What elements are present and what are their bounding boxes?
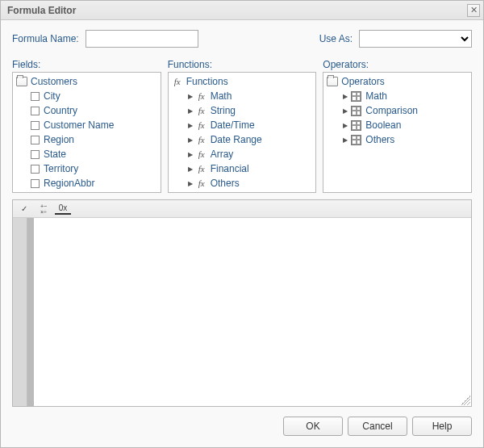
resize-grip-icon[interactable]	[461, 396, 470, 405]
dialog-content: Formula Name: Use As: Fields: Customers	[1, 20, 483, 447]
fx-icon: fx	[196, 106, 207, 115]
function-group[interactable]: ▶fxString	[169, 103, 316, 118]
field-label: State	[44, 149, 66, 160]
expand-icon[interactable]: ▶	[186, 136, 194, 144]
function-group[interactable]: ▶fxDate Range	[169, 132, 316, 147]
function-group[interactable]: ▶fxDate/Time	[169, 118, 316, 132]
field-icon	[31, 92, 40, 101]
editor-body	[13, 218, 471, 406]
expand-icon[interactable]: ▶	[186, 107, 194, 115]
function-label: String	[211, 105, 236, 116]
functions-root[interactable]: fx Functions	[169, 74, 316, 89]
editor-gutter	[13, 218, 27, 406]
expand-icon[interactable]: ▶	[186, 179, 194, 187]
operator-group[interactable]: ▶Others	[323, 132, 471, 147]
field-icon	[31, 150, 40, 159]
expand-icon[interactable]: ▶	[186, 150, 194, 158]
operator-group[interactable]: ▶Comparison	[323, 103, 471, 118]
expand-icon[interactable]: ▶	[341, 121, 349, 129]
field-icon	[31, 165, 40, 174]
fx-icon: fx	[196, 120, 207, 130]
field-label: Customer Name	[44, 119, 114, 131]
function-label: Others	[211, 178, 240, 189]
field-icon	[31, 121, 40, 130]
field-label: Region	[44, 134, 74, 145]
field-item[interactable]: Region	[13, 132, 161, 147]
close-icon[interactable]: ✕	[467, 4, 480, 17]
dialog-title: Formula Editor	[7, 5, 467, 16]
operators-tree[interactable]: Operators ▶Math ▶Comparison ▶Boolean ▶Ot…	[323, 73, 471, 192]
expand-icon[interactable]: ▶	[341, 92, 349, 100]
formula-name-input[interactable]	[86, 30, 198, 48]
functions-panel: Functions: fx Functions ▶fxMath ▶fxStrin…	[168, 59, 317, 193]
formula-name-label: Formula Name:	[12, 33, 79, 44]
fx-icon: fx	[172, 77, 183, 86]
expand-icon[interactable]: ▶	[341, 107, 349, 115]
field-item[interactable]: City	[13, 89, 161, 103]
function-group[interactable]: ▶fx	[169, 191, 316, 192]
function-group[interactable]: ▶fxOthers	[169, 176, 316, 191]
cancel-button[interactable]: Cancel	[348, 417, 407, 436]
functions-tree[interactable]: fx Functions ▶fxMath ▶fxString ▶fxDate/T…	[169, 73, 316, 192]
folder-icon	[327, 77, 338, 86]
field-item[interactable]: Customer Name	[13, 118, 161, 132]
function-label: Array	[211, 149, 234, 160]
formula-textarea[interactable]	[34, 218, 471, 406]
editor-toolbar: ✓ +− ×÷ 0x	[13, 200, 471, 218]
help-button[interactable]: Help	[412, 417, 472, 436]
operators-label: Operators:	[323, 59, 472, 70]
operator-label: Math	[365, 90, 387, 102]
operators-icon: +− ×÷	[40, 203, 47, 215]
expand-icon[interactable]: ▶	[186, 92, 194, 100]
fields-root[interactable]: Customers	[13, 74, 161, 89]
operator-label: Others	[365, 134, 394, 145]
operator-icon	[351, 91, 361, 102]
expand-icon[interactable]: ▶	[186, 121, 194, 129]
operator-label: Comparison	[365, 105, 418, 116]
operators-root-label: Operators	[341, 76, 384, 87]
insert-operator-button[interactable]: +− ×÷	[35, 202, 52, 216]
field-item[interactable]: RegionAbbr	[13, 176, 161, 191]
field-label: Country	[44, 105, 77, 116]
fx-icon: fx	[196, 164, 207, 174]
check-icon: ✓	[21, 204, 27, 213]
function-label: Financial	[211, 163, 249, 174]
top-row: Formula Name: Use As:	[12, 30, 472, 48]
operators-root[interactable]: Operators	[323, 74, 471, 89]
fields-root-label: Customers	[31, 76, 77, 87]
field-item[interactable]: Territory	[13, 161, 161, 176]
fields-tree[interactable]: Customers City Country Customer Name Reg…	[13, 73, 161, 192]
operator-label: Boolean	[365, 119, 401, 131]
functions-root-label: Functions	[186, 76, 228, 87]
function-group[interactable]: ▶fxArray	[169, 147, 316, 161]
field-item[interactable]: Country	[13, 103, 161, 118]
fx-icon: fx	[196, 178, 207, 188]
expand-icon[interactable]: ▶	[186, 165, 194, 173]
operators-box: Operators ▶Math ▶Comparison ▶Boolean ▶Ot…	[323, 72, 472, 193]
fields-label: Fields:	[12, 59, 161, 70]
fx-icon: fx	[196, 149, 207, 159]
field-icon	[31, 107, 40, 115]
field-icon	[31, 136, 40, 144]
function-label: Date Range	[211, 134, 262, 145]
formula-editor: ✓ +− ×÷ 0x	[12, 199, 472, 407]
expand-icon[interactable]: ▶	[341, 136, 349, 144]
hex-button[interactable]: 0x	[55, 203, 71, 215]
operator-icon	[351, 135, 361, 145]
operators-panel: Operators: Operators ▶Math ▶Comparison ▶…	[323, 59, 472, 193]
functions-label: Functions:	[168, 59, 317, 70]
hex-icon: 0x	[59, 203, 68, 212]
use-as-select[interactable]	[359, 30, 472, 48]
function-group[interactable]: ▶fxFinancial	[169, 161, 316, 176]
ok-button[interactable]: OK	[283, 417, 343, 436]
operator-group[interactable]: ▶Math	[323, 89, 471, 103]
field-label: City	[44, 90, 60, 102]
field-item[interactable]: State	[13, 147, 161, 161]
dialog-buttons: OK Cancel Help	[12, 413, 472, 442]
function-group[interactable]: ▶fxMath	[169, 89, 316, 103]
validate-button[interactable]: ✓	[16, 202, 32, 216]
folder-icon	[16, 77, 27, 86]
fx-icon: fx	[196, 91, 207, 101]
operator-group[interactable]: ▶Boolean	[323, 118, 471, 132]
field-icon	[31, 179, 40, 188]
